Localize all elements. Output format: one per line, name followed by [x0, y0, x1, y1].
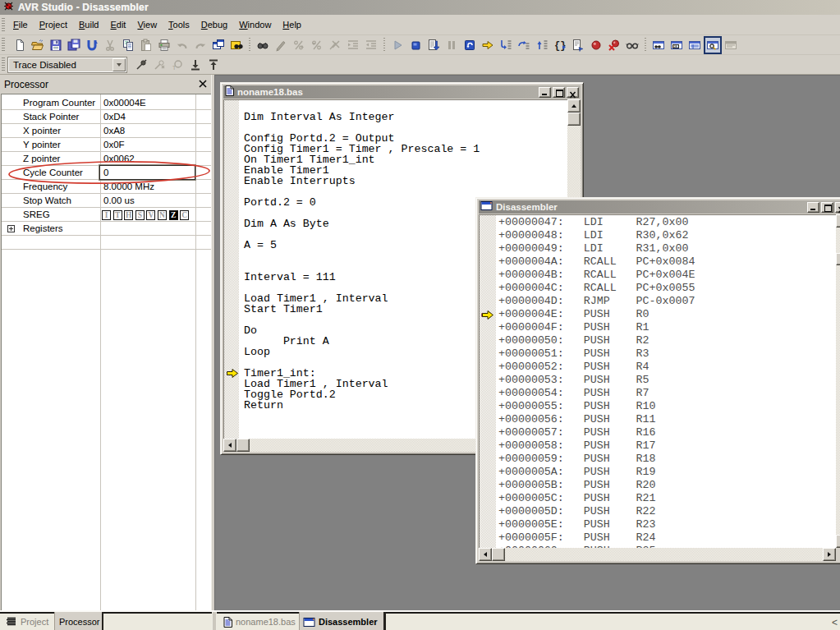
quickwatch-button[interactable] [623, 36, 641, 54]
editor-window-titlebar[interactable]: noname18.bas [223, 85, 581, 99]
scroll-up-button[interactable] [836, 214, 840, 228]
run-button[interactable] [388, 36, 406, 54]
trace-down-button[interactable] [186, 56, 204, 74]
pause-button[interactable] [443, 36, 461, 54]
scroll-right-button[interactable] [823, 548, 836, 561]
find-in-files-button[interactable] [227, 36, 246, 54]
menu-window[interactable]: Window [234, 16, 276, 33]
run-to-cursor-button[interactable] [569, 36, 587, 54]
bookmark-clear-button[interactable] [326, 36, 344, 54]
processor-panel-close-button[interactable] [197, 78, 209, 90]
processor-row-sreg[interactable]: SREGITHSVNZC [2, 208, 211, 222]
editor-minimize-button[interactable] [539, 87, 551, 98]
menu-edit[interactable]: Edit [105, 16, 131, 33]
disassembler-content[interactable]: +00000047: LDI R27,0x00 +00000048: LDI R… [479, 214, 836, 548]
processor-row-cycle-counter[interactable]: Cycle Counter0 [2, 166, 211, 180]
step-out-button[interactable] [533, 36, 551, 54]
tab-noname18-bas[interactable]: noname18.bas [223, 614, 296, 630]
disassembler-minimize-button[interactable] [807, 202, 819, 213]
expand-icon[interactable] [7, 225, 15, 232]
reset-button[interactable] [425, 36, 443, 54]
autostep-button[interactable] [461, 36, 479, 54]
trace-pin-x-button[interactable] [150, 56, 168, 74]
step-into-button[interactable] [497, 36, 515, 54]
io-window-button[interactable] [722, 36, 740, 54]
scroll-left-button[interactable] [223, 439, 236, 452]
scrollbar-thumb[interactable] [492, 548, 505, 561]
toggle-breakpoint-button[interactable] [587, 36, 605, 54]
tab-processor[interactable]: Processor [54, 612, 103, 630]
bookmark-next-button[interactable] [290, 36, 308, 54]
trace-combobox-dropdown-button[interactable] [112, 58, 126, 71]
stop-button[interactable] [406, 36, 425, 54]
disassembler-window[interactable]: Disassembler +00000047: LDI R27,0x00 +00… [475, 197, 840, 564]
scrollbar-thumb[interactable] [236, 439, 250, 452]
menu-tools[interactable]: Tools [163, 16, 195, 33]
trace-combobox[interactable]: Trace Disabled [8, 57, 126, 72]
save-all-button[interactable] [65, 36, 83, 54]
editor-maximize-button[interactable] [553, 87, 565, 98]
scrollbar-thumb[interactable] [836, 253, 840, 265]
outdent-button[interactable] [362, 36, 380, 54]
copy-button[interactable] [119, 36, 137, 54]
editor-close-button[interactable] [567, 87, 579, 98]
cycle-counter-editbox[interactable]: 0 [99, 165, 195, 180]
sreg-flag-V[interactable]: V [146, 210, 155, 220]
menu-view[interactable]: View [132, 16, 162, 33]
disassembler-window-titlebar[interactable]: Disassembler [479, 200, 840, 214]
menu-file[interactable]: File [8, 16, 33, 33]
sreg-flag-H[interactable]: H [124, 210, 133, 220]
sreg-flag-S[interactable]: S [135, 210, 145, 220]
sreg-flag-C[interactable]: C [180, 210, 189, 220]
sreg-flag-Z[interactable]: Z [169, 210, 178, 220]
trace-up-button[interactable] [204, 56, 223, 74]
menubar-grip[interactable] [2, 18, 5, 32]
disassembler-maximize-button[interactable] [821, 202, 833, 213]
menu-build[interactable]: Build [74, 16, 103, 33]
sreg-flag-N[interactable]: N [158, 210, 167, 220]
bookmark-toggle-button[interactable] [272, 36, 290, 54]
trace-pin-button[interactable] [132, 56, 150, 74]
cascade-windows-button[interactable] [209, 36, 227, 54]
redo-button[interactable] [191, 36, 209, 54]
processor-row-registers[interactable]: Registers [2, 222, 211, 236]
trace-t-button[interactable]: T [168, 56, 186, 74]
run-to-braces-button[interactable]: {} [551, 36, 569, 54]
show-next-statement-button[interactable] [479, 36, 497, 54]
sreg-flag-I[interactable]: I [102, 210, 111, 220]
tab-scroll-left-icon[interactable]: < [832, 617, 838, 628]
menu-project[interactable]: Project [34, 16, 72, 33]
indent-button[interactable] [344, 36, 362, 54]
memory-window-button[interactable] [686, 36, 704, 54]
open-file-button[interactable] [29, 36, 47, 54]
scroll-down-button[interactable] [836, 535, 840, 548]
cut-button[interactable] [101, 36, 119, 54]
sreg-flag-T[interactable]: T [113, 210, 122, 220]
disassembler-code[interactable]: +00000047: LDI R27,0x00 +00000048: LDI R… [480, 215, 695, 548]
bookmark-prev-button[interactable] [308, 36, 326, 54]
step-over-button[interactable] [515, 36, 533, 54]
new-file-button[interactable] [11, 36, 29, 54]
disassembler-window-button[interactable] [704, 36, 722, 54]
menu-debug[interactable]: Debug [196, 16, 232, 33]
disassembler-vertical-scrollbar[interactable] [836, 214, 840, 548]
scroll-up-button[interactable] [567, 99, 581, 113]
watch-window-button[interactable] [650, 36, 668, 54]
print-button[interactable] [155, 36, 173, 54]
paste-button[interactable] [137, 36, 155, 54]
undo-button[interactable] [173, 36, 191, 54]
save-file-button[interactable] [47, 36, 65, 54]
scroll-left-button[interactable] [479, 548, 492, 561]
menu-help[interactable]: Help [278, 16, 306, 33]
tab-disassembler[interactable]: Disassembler [299, 612, 386, 630]
editor-code[interactable]: Dim Interval As Integer Config Portd.2 =… [224, 100, 480, 411]
window-titlebar[interactable]: AVR Studio - Disassembler [0, 0, 840, 15]
tab-project[interactable]: Project [6, 614, 48, 630]
reload-button[interactable] [83, 36, 101, 54]
find-button[interactable] [254, 36, 272, 54]
toolbar-trace-grip[interactable] [2, 57, 5, 71]
remove-breakpoints-button[interactable] [605, 36, 623, 54]
scrollbar-thumb[interactable] [567, 113, 581, 126]
toolbar-main-grip[interactable] [2, 38, 5, 51]
disassembler-close-button[interactable] [835, 202, 840, 213]
